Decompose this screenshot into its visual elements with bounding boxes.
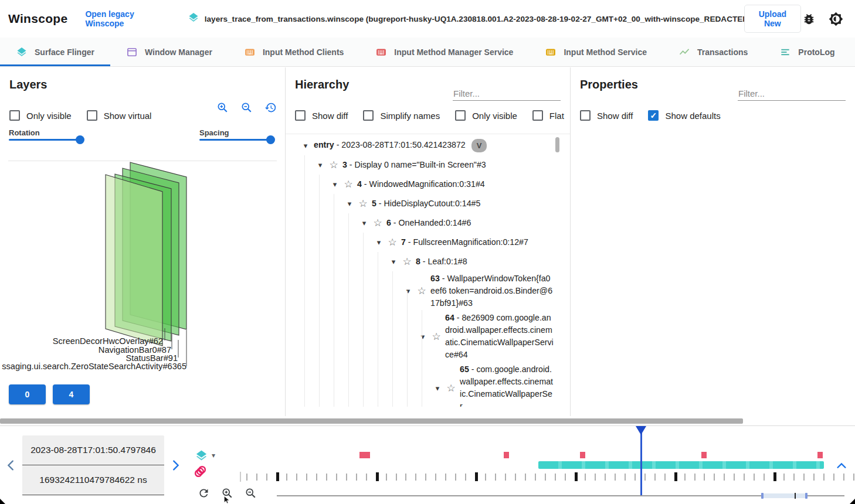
unchecked-checkbox[interactable] [532,110,543,121]
dark-mode-toggle-icon[interactable] [829,12,843,26]
expand-caret-icon[interactable]: ▾ [433,384,442,393]
unchecked-checkbox[interactable] [295,110,306,121]
hierarchy-scrollbar[interactable] [555,137,559,407]
layer-id-button-4[interactable]: 4 [53,384,90,404]
reset-view-icon[interactable] [264,101,277,114]
tree-node-65[interactable]: ▾☆65 - com.google.android.wallpaper.effe… [286,362,554,407]
tab-window-manager[interactable]: Window Manager [110,38,228,66]
checkbox-flat[interactable]: Flat [532,110,564,121]
zoom-out-icon[interactable] [240,101,253,114]
surface-flinger-track-bar[interactable] [538,461,824,469]
timeline-cursor-head[interactable] [636,426,646,435]
checkbox-show-diff[interactable]: Show diff [580,110,633,121]
hierarchy-filter-input[interactable] [453,87,561,101]
tab-input-method-service[interactable]: Input Method Service [529,38,663,66]
tree-node-7[interactable]: ▾☆7 - FullscreenMagnification:0:12#7 [286,233,554,252]
checkbox-show-defaults[interactable]: Show defaults [648,110,720,121]
tree-node-4[interactable]: ▾☆4 - WindowedMagnification:0:31#4 [286,175,554,194]
checked-checkbox[interactable] [648,110,659,121]
expand-caret-icon[interactable]: ▾ [315,161,325,169]
bug-report-icon[interactable] [802,12,816,26]
scrollbar-thumb[interactable] [555,137,559,152]
expand-caret-icon[interactable]: ▾ [301,141,310,150]
tree-node-8[interactable]: ▾☆8 - Leaf:0:1#8 [286,252,554,271]
unchecked-checkbox[interactable] [87,110,97,121]
layer-id-button-0[interactable]: 0 [9,384,46,404]
rotation-slider-track[interactable] [9,139,80,141]
tab-transactions[interactable]: Transactions [663,38,764,66]
unchecked-checkbox[interactable] [9,110,20,121]
timeline-zoom-out-icon[interactable] [245,487,257,499]
layers-3d-view[interactable]: ScreenDecorHwcOverlay#62NavigationBar0#8… [0,161,285,384]
rotation-slider[interactable] [9,135,80,144]
expand-caret-icon[interactable]: ▾ [330,180,340,189]
timeline-tick [684,474,686,481]
pin-star-icon[interactable]: ☆ [372,217,383,229]
pin-star-icon[interactable]: ☆ [431,331,442,343]
timeline-cursor[interactable] [640,426,642,495]
checkbox-only-visible[interactable]: Only visible [455,110,517,121]
spacing-slider-track[interactable] [199,139,271,141]
unchecked-checkbox[interactable] [363,110,374,121]
tree-node-64[interactable]: ▾☆64 - 8e26909 com.google.android.wallpa… [286,311,554,362]
timeline-minimap[interactable] [277,495,844,496]
pin-star-icon[interactable]: ☆ [358,197,368,210]
minimap-zoom-band[interactable] [762,493,807,498]
spacing-slider-thumb[interactable] [266,135,275,144]
tab-input-method-clients[interactable]: Input Method Clients [228,38,359,66]
next-entry-chevron-icon[interactable] [169,459,182,472]
timeline-tick [555,474,556,481]
tab-protolog[interactable]: ProtoLog [764,38,850,66]
minimap-band-handle[interactable] [761,493,764,499]
unchecked-checkbox[interactable] [455,110,466,121]
rotation-slider-thumb[interactable] [76,135,84,144]
tree-node-5[interactable]: ▾☆5 - HideDisplayCutout:0:14#5 [286,194,554,213]
3d-view-controls [216,101,277,114]
pin-star-icon[interactable]: ☆ [387,236,398,248]
tree-node-3[interactable]: ▾☆3 - Display 0 name="Built-in Screen"#3 [286,155,554,175]
expand-caret-icon[interactable]: ▾ [374,238,384,247]
pin-star-icon[interactable]: ☆ [328,159,339,171]
transition-marker[interactable] [359,452,365,458]
tab-surface-flinger[interactable]: Surface Flinger [0,38,110,66]
tree-node-entry[interactable]: ▾entry - 2023-08-28T17:01:50.421423872V [286,136,554,155]
expand-caret-icon[interactable]: ▾ [418,332,428,341]
timeline-tick [525,474,526,481]
zoom-in-icon[interactable] [216,101,229,114]
tree-node-6[interactable]: ▾☆6 - OneHanded:0:14#6 [286,213,554,233]
expand-caret-icon[interactable]: ▾ [403,287,413,295]
tree-node-label: 63 - WallpaperWindowToken{fa0eef6 token=… [430,273,554,309]
tab-input-method-manager-service[interactable]: Input Method Manager Service [359,38,529,66]
timestamp-human-input[interactable]: 2023-08-28T17:01:50.4797846 [22,435,164,465]
refresh-icon[interactable] [198,487,210,499]
pin-star-icon[interactable]: ☆ [402,256,412,268]
pin-star-icon[interactable]: ☆ [416,285,427,297]
upload-new-button[interactable]: Upload New [744,5,801,33]
checkbox-show-diff[interactable]: Show diff [295,110,348,121]
expand-caret-icon[interactable]: ▾ [345,199,354,208]
previous-entry-chevron-icon[interactable] [5,459,18,472]
expand-caret-icon[interactable]: ▾ [389,257,398,266]
transition-marker[interactable] [701,452,707,458]
checkbox-only-visible[interactable]: Only visible [9,110,72,121]
transition-marker[interactable] [365,452,370,458]
unchecked-checkbox[interactable] [580,110,591,121]
transition-marker[interactable] [817,452,823,458]
expand-caret-icon[interactable]: ▾ [359,219,369,227]
pin-star-icon[interactable]: ☆ [343,178,354,190]
timeline-horizontal-scrollbar[interactable] [0,418,743,424]
tree-node-63[interactable]: ▾☆63 - WallpaperWindowToken{fa0eef6 toke… [286,271,554,311]
checkbox-simplify-names[interactable]: Simplify names [363,110,440,121]
properties-filter-input[interactable] [738,87,846,101]
transition-marker[interactable] [580,452,585,458]
open-legacy-winscope-link[interactable]: Open legacy Winscope [85,9,162,28]
pin-star-icon[interactable]: ☆ [446,382,456,394]
loaded-trace-file[interactable]: layers_trace_from_transactions.winscope … [188,12,744,26]
tab-transitions[interactable]: Transitions [851,38,855,66]
layer-sheet[interactable] [106,175,162,346]
checkbox-show-virtual[interactable]: Show virtual [87,110,152,121]
collapse-timeline-chevron-icon[interactable] [835,459,848,472]
transition-marker[interactable] [504,452,509,458]
spacing-slider[interactable] [199,135,271,144]
minimap-band-handle[interactable] [805,493,808,499]
